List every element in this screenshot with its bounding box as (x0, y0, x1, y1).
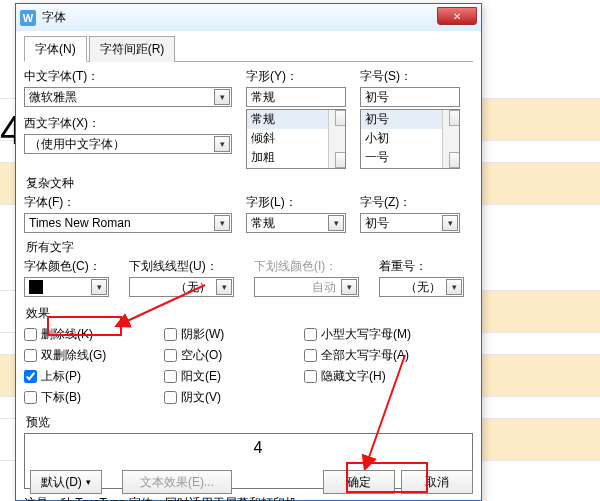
tabs: 字体(N) 字符间距(R) (24, 35, 473, 62)
style-input[interactable]: 常规 (246, 87, 346, 107)
complex-font-combo[interactable]: Times New Roman ▾ (24, 213, 232, 233)
chevron-down-icon[interactable]: ▾ (446, 279, 462, 295)
font-color-label: 字体颜色(C)： (24, 258, 119, 275)
tab-font[interactable]: 字体(N) (24, 36, 87, 62)
chk-hollow[interactable]: 空心(O) (164, 347, 304, 364)
scrollbar[interactable]: ▴ ▾ (442, 110, 459, 168)
chk-hidden[interactable]: 隐藏文字(H) (304, 368, 464, 385)
underline-color-label: 下划线颜色(I)： (254, 258, 369, 275)
scroll-down-icon[interactable]: ▾ (449, 152, 460, 168)
complex-font-value: Times New Roman (29, 216, 131, 230)
preview-sample: 4 (253, 439, 262, 457)
style-listbox[interactable]: 常规 倾斜 加粗 ▴ ▾ (246, 109, 346, 169)
scroll-up-icon[interactable]: ▴ (335, 110, 346, 126)
close-button[interactable]: ✕ (437, 7, 477, 25)
chk-engrave[interactable]: 阴文(V) (164, 389, 304, 406)
chk-strike[interactable]: 删除线(K) (24, 326, 164, 343)
font-color-combo[interactable]: ▾ (24, 277, 109, 297)
emphasis-label: 着重号： (379, 258, 469, 275)
underline-color-combo: 自动 ▾ (254, 277, 359, 297)
effects-legend: 效果 (24, 305, 473, 322)
emphasis-combo[interactable]: （无） ▾ (379, 277, 464, 297)
complex-size-value: 初号 (365, 215, 389, 232)
complex-style-label: 字形(L)： (246, 194, 346, 211)
font-note: 这是一种 TrueType 字体，同时适用于屏幕和打印机。 (24, 495, 473, 501)
size-input[interactable]: 初号 (360, 87, 460, 107)
titlebar: W 字体 ✕ (16, 3, 481, 31)
scroll-up-icon[interactable]: ▴ (449, 110, 460, 126)
complex-size-label: 字号(Z)： (360, 194, 460, 211)
default-button[interactable]: 默认(D)▾ (30, 470, 102, 494)
font-dialog: W 字体 ✕ 字体(N) 字符间距(R) 中文字体(T)： 微软雅黑 ▾ 西文字… (15, 3, 482, 501)
chk-smallcaps[interactable]: 小型大写字母(M) (304, 326, 464, 343)
chevron-down-icon[interactable]: ▾ (91, 279, 107, 295)
western-font-label: 西文字体(X)： (24, 115, 232, 132)
underline-style-label: 下划线线型(U)： (129, 258, 244, 275)
cn-font-value: 微软雅黑 (29, 89, 77, 106)
chk-emboss[interactable]: 阳文(E) (164, 368, 304, 385)
chk-subscript[interactable]: 下标(B) (24, 389, 164, 406)
style-value: 常规 (251, 89, 275, 106)
chevron-down-icon: ▾ (341, 279, 357, 295)
app-icon: W (20, 10, 36, 26)
chevron-down-icon: ▾ (86, 477, 91, 487)
chevron-down-icon[interactable]: ▾ (328, 215, 344, 231)
chevron-down-icon[interactable]: ▾ (214, 89, 230, 105)
text-effects-button: 文本效果(E)... (122, 470, 232, 494)
cancel-button[interactable]: 取消 (401, 470, 473, 494)
chk-allcaps[interactable]: 全部大写字母(A) (304, 347, 464, 364)
color-swatch (29, 280, 43, 294)
cn-font-combo[interactable]: 微软雅黑 ▾ (24, 87, 232, 107)
chevron-down-icon[interactable]: ▾ (214, 215, 230, 231)
chevron-down-icon[interactable]: ▾ (214, 136, 230, 152)
chk-superscript[interactable]: 上标(P) (24, 368, 164, 385)
chevron-down-icon[interactable]: ▾ (442, 215, 458, 231)
complex-legend: 复杂文种 (24, 175, 473, 192)
underline-style-combo[interactable]: （无） ▾ (129, 277, 234, 297)
chevron-down-icon[interactable]: ▾ (216, 279, 232, 295)
ok-button[interactable]: 确定 (323, 470, 395, 494)
western-font-value: （使用中文字体） (29, 136, 125, 153)
chk-shadow[interactable]: 阴影(W) (164, 326, 304, 343)
style-label: 字形(Y)： (246, 68, 346, 85)
cn-font-label: 中文字体(T)： (24, 68, 232, 85)
alltext-legend: 所有文字 (24, 239, 473, 256)
complex-font-label: 字体(F)： (24, 194, 232, 211)
complex-style-combo[interactable]: 常规 ▾ (246, 213, 346, 233)
dialog-title: 字体 (42, 9, 66, 26)
preview-label: 预览 (24, 414, 473, 431)
complex-style-value: 常规 (251, 215, 275, 232)
tab-spacing[interactable]: 字符间距(R) (89, 36, 176, 62)
scrollbar[interactable]: ▴ ▾ (328, 110, 345, 168)
western-font-combo[interactable]: （使用中文字体） ▾ (24, 134, 232, 154)
size-listbox[interactable]: 初号 小初 一号 ▴ ▾ (360, 109, 460, 169)
complex-size-combo[interactable]: 初号 ▾ (360, 213, 460, 233)
scroll-down-icon[interactable]: ▾ (335, 152, 346, 168)
chk-dblstrike[interactable]: 双删除线(G) (24, 347, 164, 364)
size-label: 字号(S)： (360, 68, 460, 85)
size-value: 初号 (365, 89, 389, 106)
